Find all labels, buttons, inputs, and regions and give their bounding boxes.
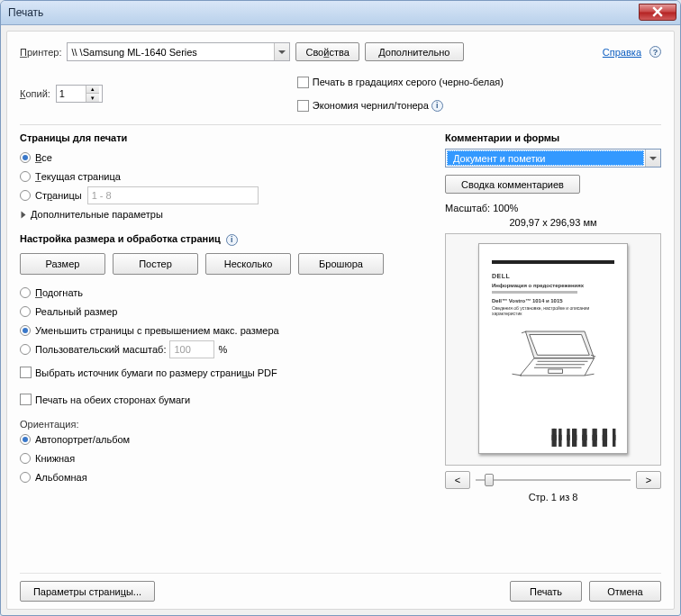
properties-button[interactable]: Свойства — [295, 42, 359, 61]
close-icon — [651, 6, 664, 17]
orient-portrait-radio[interactable]: Книжная — [20, 449, 432, 467]
duplex-checkbox[interactable]: Печать на обеих сторонах бумаги — [20, 391, 432, 409]
shrink-radio[interactable]: Уменьшить страницы с превышением макс. р… — [20, 322, 432, 340]
comments-value: Документ и пометки — [447, 150, 644, 166]
copies-label: Копий: — [20, 88, 50, 99]
copies-spinner[interactable]: ▲ ▼ — [56, 85, 103, 103]
page-setup-button[interactable]: Параметры страницы... — [20, 581, 155, 602]
print-button[interactable]: Печать — [510, 581, 582, 602]
preview-scale: Масштаб: 100% — [445, 203, 661, 213]
chevron-down-icon — [274, 43, 289, 60]
next-page-button[interactable]: > — [636, 471, 661, 489]
info-icon[interactable]: i — [431, 100, 443, 112]
triangle-right-icon — [22, 211, 26, 218]
orient-landscape-radio[interactable]: Альбомная — [20, 468, 432, 486]
comments-section-title: Комментарии и формы — [445, 132, 661, 143]
custom-scale-input[interactable] — [169, 340, 214, 358]
help-icon[interactable]: ? — [649, 46, 661, 58]
preview-dims: 209,97 x 296,93 мм — [445, 217, 661, 228]
help-link[interactable]: Справка — [603, 47, 641, 58]
orient-auto-radio[interactable]: Автопортрет/альбом — [20, 430, 432, 448]
sizing-section-title: Настройка размера и обработка страниц i — [20, 233, 432, 246]
printer-label: Принтер: — [20, 47, 61, 58]
window-title: Печать — [8, 6, 43, 19]
prev-page-button[interactable]: < — [445, 471, 470, 489]
info-icon[interactable]: i — [226, 234, 238, 246]
preview-frame: DELL Информация о предостережениях Dell™… — [445, 233, 661, 466]
page-counter: Стр. 1 из 8 — [445, 492, 661, 503]
spin-up-icon[interactable]: ▲ — [86, 86, 99, 94]
comments-summary-button[interactable]: Сводка комментариев — [445, 175, 580, 194]
svg-marker-1 — [530, 335, 590, 356]
pages-more-toggle[interactable]: Дополнительные параметры — [20, 205, 432, 223]
laptop-icon — [504, 325, 603, 388]
pages-range-radio[interactable]: Страницы — [20, 186, 432, 204]
orientation-label: Ориентация: — [20, 419, 432, 430]
copies-input[interactable] — [57, 88, 86, 99]
cancel-button[interactable]: Отмена — [589, 581, 661, 602]
actual-radio[interactable]: Реальный размер — [20, 303, 432, 321]
size-tab-button[interactable]: Размер — [20, 253, 105, 275]
multiple-tab-button[interactable]: Несколько — [205, 253, 291, 275]
comments-combo[interactable]: Документ и пометки — [445, 149, 661, 168]
pages-all-radio[interactable]: Все — [20, 149, 432, 167]
close-button[interactable] — [639, 4, 676, 21]
svg-line-10 — [585, 374, 595, 376]
printer-combo[interactable]: \\ \Samsung ML-1640 Series — [67, 42, 290, 61]
pages-section-title: Страницы для печати — [20, 132, 432, 143]
fit-radio[interactable]: Подогнать — [20, 284, 432, 302]
pages-range-input[interactable] — [87, 186, 259, 204]
booklet-tab-button[interactable]: Брошюра — [298, 253, 384, 275]
paper-source-checkbox[interactable]: Выбрать источник бумаги по размеру стран… — [20, 364, 432, 382]
page-brand-logo: DELL — [492, 273, 614, 279]
poster-tab-button[interactable]: Постер — [113, 253, 198, 275]
chevron-down-icon — [645, 149, 660, 167]
grayscale-checkbox[interactable]: Печать в градациях серого (черно-белая) — [297, 73, 504, 91]
titlebar: Печать — [1, 1, 680, 25]
custom-scale-radio[interactable]: Пользовательский масштаб: % — [20, 340, 432, 358]
svg-rect-6 — [549, 369, 563, 373]
zoom-slider[interactable] — [476, 472, 631, 488]
preview-page: DELL Информация о предостережениях Dell™… — [478, 243, 628, 454]
pages-current-radio[interactable]: Текущая страница — [20, 168, 432, 186]
advanced-button[interactable]: Дополнительно — [365, 42, 464, 61]
eco-ink-checkbox[interactable]: Экономия чернил/тонераi — [297, 96, 504, 114]
spin-down-icon[interactable]: ▼ — [86, 94, 99, 102]
printer-value: \\ \Samsung ML-1640 Series — [71, 47, 196, 58]
barcode-icon: ▐▌▌▐▐▌▐▌▐▌▐▌▐▐▌▌▐▐▌▐▌▐▌▐▌▐ — [549, 431, 614, 444]
